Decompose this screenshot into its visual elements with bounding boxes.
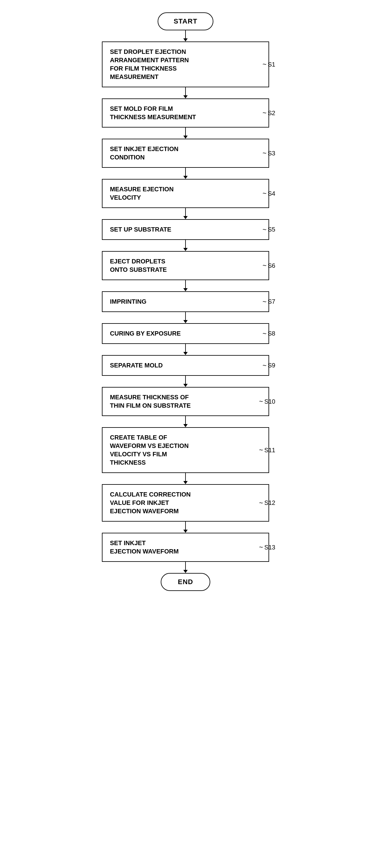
arrow-0 [183,30,188,41]
s7-label: ~S7 [262,298,275,306]
arrow-line [185,280,186,288]
arrow-head [183,384,188,387]
s12-node-row: CALCULATE CORRECTIONVALUE FOR INKJETEJEC… [77,484,294,522]
s7-process: IMPRINTING [102,291,269,312]
arrow-line [185,208,186,216]
s13-process: SET INKJETEJECTION WAVEFORM [102,533,269,562]
arrow-head [183,320,188,323]
arrow-line [185,127,186,135]
s8-process: CURING BY EXPOSURE [102,323,269,344]
s3-label: ~S3 [262,149,275,157]
end-node-row: END [77,573,294,591]
arrow-2 [183,127,188,139]
s1-label: ~S1 [262,60,275,68]
s2-label: ~S2 [262,109,275,117]
s10-label: ~S10 [259,398,275,405]
arrow-head [183,424,188,427]
arrow-line [185,87,186,95]
arrow-line [185,168,186,176]
arrow-line [185,376,186,384]
arrow-head [183,216,188,219]
s2-process: SET MOLD FOR FILMTHICKNESS MEASUREMENT [102,98,269,127]
s3-process: SET INKJET EJECTIONCONDITION [102,139,269,168]
arrow-head [183,38,188,41]
flowchart: START SET DROPLET EJECTIONARRANGEMENT PA… [77,12,294,591]
s4-node-row: MEASURE EJECTIONVELOCITY ~S4 [77,179,294,208]
arrow-head [183,176,188,179]
arrow-head [183,135,188,139]
start-node-row: START [77,12,294,30]
arrow-line [185,30,186,38]
s6-process: EJECT DROPLETSONTO SUBSTRATE [102,251,269,280]
s12-process: CALCULATE CORRECTIONVALUE FOR INKJETEJEC… [102,484,269,522]
arrow-1 [183,87,188,98]
arrow-5 [183,240,188,251]
s1-process: SET DROPLET EJECTIONARRANGEMENT PATTERNF… [102,41,269,87]
end-terminal: END [161,573,210,591]
s13-label: ~S13 [259,543,275,551]
s5-label: ~S5 [262,226,275,234]
arrow-8 [183,344,188,355]
s8-node-row: CURING BY EXPOSURE ~S8 [77,323,294,344]
arrow-head [183,570,188,573]
s11-process: CREATE TABLE OFWAVEFORM VS EJECTIONVELOC… [102,427,269,473]
arrow-head [183,95,188,98]
s10-node-row: MEASURE THICKNESS OFTHIN FILM ON SUBSTRA… [77,387,294,416]
s5-node-row: SET UP SUBSTRATE ~S5 [77,219,294,240]
arrow-head [183,248,188,251]
s8-label: ~S8 [262,330,275,338]
arrow-head [183,288,188,291]
flowchart-container: START SET DROPLET EJECTIONARRANGEMENT PA… [0,0,371,868]
arrow-head [183,481,188,484]
start-terminal: START [158,12,214,30]
s5-process: SET UP SUBSTRATE [102,219,269,240]
s11-node-row: CREATE TABLE OFWAVEFORM VS EJECTIONVELOC… [77,427,294,473]
s4-process: MEASURE EJECTIONVELOCITY [102,179,269,208]
arrow-7 [183,312,188,323]
s9-label: ~S9 [262,362,275,370]
arrow-head [183,530,188,533]
s6-label: ~S6 [262,261,275,270]
s3-node-row: SET INKJET EJECTIONCONDITION ~S3 [77,139,294,168]
arrow-4 [183,208,188,219]
arrow-13 [183,562,188,573]
arrow-line [185,312,186,320]
s13-node-row: SET INKJETEJECTION WAVEFORM ~S13 [77,533,294,562]
arrow-6 [183,280,188,291]
s6-node-row: EJECT DROPLETSONTO SUBSTRATE ~S6 [77,251,294,280]
s2-node-row: SET MOLD FOR FILMTHICKNESS MEASUREMENT ~… [77,98,294,127]
s7-node-row: IMPRINTING ~S7 [77,291,294,312]
arrow-line [185,522,186,530]
arrow-line [185,416,186,424]
arrow-line [185,344,186,352]
s9-process: SEPARATE MOLD [102,355,269,376]
arrow-line [185,240,186,248]
arrow-11 [183,473,188,484]
s9-node-row: SEPARATE MOLD ~S9 [77,355,294,376]
arrow-3 [183,168,188,179]
arrow-line [185,562,186,570]
s4-label: ~S4 [262,189,275,197]
arrow-head [183,352,188,355]
s12-label: ~S12 [259,499,275,507]
arrow-10 [183,416,188,427]
arrow-line [185,473,186,481]
s11-label: ~S11 [259,446,275,454]
arrow-12 [183,522,188,533]
s10-process: MEASURE THICKNESS OFTHIN FILM ON SUBSTRA… [102,387,269,416]
arrow-9 [183,376,188,387]
s1-node-row: SET DROPLET EJECTIONARRANGEMENT PATTERNF… [77,41,294,87]
